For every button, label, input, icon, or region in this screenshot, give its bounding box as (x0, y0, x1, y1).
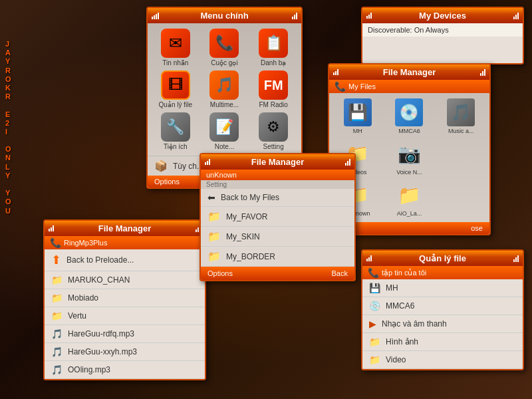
disk-mh-icon: 💾 (369, 283, 380, 293)
quan-ly-subheader: 📞 tập tin của tôi (362, 266, 523, 279)
menu-dots-overlay (345, 159, 350, 166)
folder-maruko-icon: 📁 (51, 275, 63, 285)
folder-icon: 📁 (207, 210, 221, 223)
signal-icon-ql (366, 255, 372, 261)
file-manager-left-subheader: 📞 RingMp3Plus (45, 236, 205, 249)
folder-icon-skin: 📁 (207, 230, 221, 243)
ql-item-hinh-anh[interactable]: 📁 Hình ảnh (362, 333, 523, 351)
left-list: ⬆ Back to Preloade... 📁 MARUKO_CHAN 📁 Mo… (45, 249, 205, 379)
menu-chinh-titlebar: Menu chính (148, 8, 301, 23)
folder-mobiado-icon: 📁 (51, 293, 63, 303)
devices-discoverable: Discoverable: On Always (362, 23, 523, 37)
back-icon: ⬅ (207, 192, 215, 203)
menu-item-danh-ba[interactable]: 📋 Danh bạ (251, 29, 296, 66)
signal-icon-devices (366, 13, 372, 19)
overlay-my-favor[interactable]: 📁 My_FAVOR (201, 207, 354, 227)
folder-icon-border: 📁 (207, 250, 221, 263)
file-manager-top-subheader: 📞 My Files (329, 80, 489, 93)
file-item-music[interactable]: 🎵 Music a... (438, 98, 484, 134)
quan-ly-file-titlebar: Quản lý file (362, 251, 523, 266)
ql-item-mh[interactable]: 💾 MH (362, 279, 523, 297)
quan-ly-file-title: Quản lý file (419, 253, 466, 263)
ql-item-nhac[interactable]: ▶ Nhạc và âm thanh (362, 315, 523, 333)
file-manager-left-window: File Manager 📞 RingMp3Plus ⬆ Back to Pre… (43, 219, 206, 380)
signal-icon-overlay (205, 159, 210, 165)
signal-icon-left (49, 225, 54, 231)
overlay-back[interactable]: Back (332, 269, 348, 277)
menu-item-tin-nhan[interactable]: ✉ Tin nhắn (153, 29, 198, 66)
folder-video-icon: 📁 (369, 354, 380, 365)
file-manager-left-title: File Manager (98, 223, 151, 233)
signal-icon (152, 13, 159, 19)
menu-chinh-grid: ✉ Tin nhắn 📞 Cuộc gọi 📋 Danh bạ 🎞 Quản l… (148, 23, 301, 156)
file-item-mmca6[interactable]: 💿 MMCA6 (386, 98, 433, 134)
music-rdfq-icon: 🎵 (51, 329, 63, 339)
overlay-back-to-my-files[interactable]: ⬅ Back to My Files (201, 189, 354, 207)
menu-dots-devices (513, 13, 519, 19)
file-manager-top-title: File Manager (383, 67, 436, 77)
quan-ly-file-window: Quản lý file 📞 tập tin của tôi 💾 MH 💿 MM… (361, 249, 524, 370)
fm-footer-close[interactable]: ose (471, 224, 483, 232)
file-manager-overlay-title: File Manager (251, 157, 304, 167)
ql-list: 💾 MH 💿 MMCA6 ▶ Nhạc và âm thanh 📁 Hình ả… (362, 279, 523, 369)
left-hareguu-xxyh[interactable]: 🎵 HareGuu-xxyh.mp3 (45, 343, 205, 361)
arrow-up-icon: ⬆ (51, 253, 61, 267)
left-vertu[interactable]: 📁 Vertu (45, 307, 205, 325)
left-ooling[interactable]: 🎵 OOling.mp3 (45, 361, 205, 379)
menu-chinh-title: Menu chính (200, 11, 248, 21)
file-manager-overlay-window: File Manager unKnown Setting ⬅ Back to M… (200, 153, 356, 281)
my-devices-title: My Devices (419, 11, 466, 21)
menu-footer-options[interactable]: Options (154, 178, 180, 186)
overlay-my-skin[interactable]: 📁 My_SKIN (201, 227, 354, 247)
menu-item-tien-ich[interactable]: 🔧 Tiện ích (153, 112, 198, 150)
my-devices-titlebar: My Devices (362, 8, 523, 23)
menu-dots-fm (480, 69, 485, 76)
file-manager-left-titlebar: File Manager (45, 221, 205, 236)
left-back-preloaded[interactable]: ⬆ Back to Preloade... (45, 249, 205, 271)
music-xxyh-icon: 🎵 (51, 346, 63, 357)
folder-vertu-icon: 📁 (51, 311, 63, 321)
file-manager-overlay-titlebar: File Manager (201, 154, 354, 170)
left-maruko-chan[interactable]: 📁 MARUKO_CHAN (45, 271, 205, 289)
overlay-list: ⬅ Back to My Files 📁 My_FAVOR 📁 My_SKIN … (201, 189, 354, 267)
file-item-voice[interactable]: 📷 Voice N... (386, 140, 433, 176)
menu-dots-icon (292, 13, 297, 19)
disk-mmca6-icon: 💿 (369, 301, 380, 311)
file-manager-top-titlebar: File Manager (329, 65, 489, 80)
overlay-my-border[interactable]: 📁 My_BORDER (201, 247, 354, 267)
overlay-options[interactable]: Options (207, 269, 233, 277)
menu-item-note[interactable]: 📝 Note... (202, 112, 247, 150)
music-nhac-icon: ▶ (369, 319, 376, 329)
ql-item-mmca6[interactable]: 💿 MMCA6 (362, 297, 523, 315)
left-mobiado[interactable]: 📁 Mobiado (45, 289, 205, 307)
menu-item-quan-ly-file[interactable]: 🎞 Quản lý file (153, 70, 198, 108)
overlay-footer: Options Back (201, 267, 354, 280)
menu-dots-ql (513, 255, 519, 262)
left-hareguu-rdfq[interactable]: 🎵 HareGuu-rdfq.mp3 (45, 325, 205, 343)
devices-list (362, 37, 523, 63)
my-devices-window: My Devices Discoverable: On Always (361, 7, 524, 65)
overlay-subtext: Setting (201, 180, 354, 189)
signal-icon-fm (333, 69, 338, 75)
side-text: JAYROKR E2I ONLY YOU (5, 40, 12, 215)
ql-item-video[interactable]: 📁 Video (362, 351, 523, 369)
file-manager-overlay-subheader: unKnown (201, 170, 354, 180)
music-ooling-icon: 🎵 (51, 364, 63, 375)
menu-item-fm-radio[interactable]: FM FM Radio (251, 70, 296, 108)
menu-item-cuoc-goi[interactable]: 📞 Cuộc gọi (202, 29, 247, 66)
file-item-empty (438, 140, 484, 176)
file-item-aio[interactable]: 📁 AiO_La... (386, 181, 433, 217)
menu-item-setting[interactable]: ⚙ Setting (251, 112, 296, 150)
file-item-mh[interactable]: 💾 MH (334, 98, 381, 134)
menu-item-multimedia[interactable]: 🎵 Multime... (202, 70, 247, 108)
folder-hinh-icon: 📁 (369, 336, 380, 347)
